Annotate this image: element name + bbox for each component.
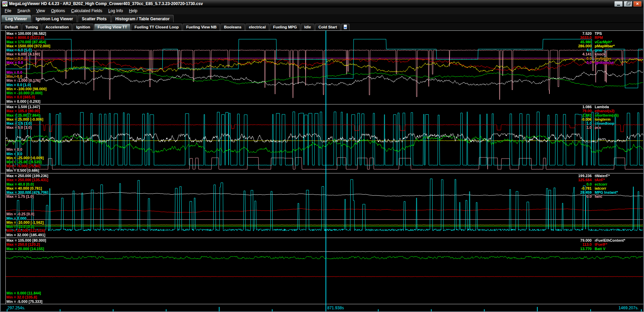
chart-area[interactable]: Max = 100.000 [46.582]Max = 8000.0 [5372… <box>1 30 643 304</box>
timeline-tick <box>641 309 642 312</box>
save-view-icon <box>344 25 347 29</box>
cursor-value-row: 7.520TPS <box>563 31 642 35</box>
cursor-value-row: 45.980vCarMph* <box>563 40 642 44</box>
max-label: Max = 100.000 [46.582] <box>6 31 50 35</box>
menu-item-options[interactable]: Options <box>48 8 68 14</box>
tab-scatter-plots[interactable]: Scatter Plots <box>78 15 110 22</box>
signal-value: 113.0 <box>563 242 592 246</box>
signal-name: fanc <box>592 194 642 198</box>
panel-separator <box>1 173 643 173</box>
view-tab-electrical[interactable]: electrical <box>246 24 269 30</box>
cursor-value-row: 286.000pMapMbar* <box>563 44 642 48</box>
signal-panel-1-plot[interactable] <box>6 31 643 104</box>
min-label: Min = -25.00 [-9.535] <box>6 160 44 164</box>
signal-name: ignitioncut <box>592 61 642 65</box>
app-logo-icon <box>2 1 7 6</box>
signal-panel-2-plot[interactable] <box>6 104 643 173</box>
signal-value: 1.0 <box>563 121 592 125</box>
signal-name: iatcorr <box>592 186 642 190</box>
max-label: Max = 6.000 [4.180] <box>6 52 50 56</box>
timeline-tick <box>7 309 7 312</box>
menu-item-search[interactable]: Search <box>14 8 33 14</box>
cursor-value-row: 0.0revlimiter <box>563 56 642 61</box>
signal-value: 13.770 <box>563 247 592 251</box>
signal-name: ethanol(s2) <box>592 109 642 113</box>
menu-item-log-info[interactable]: Log Info <box>105 8 126 14</box>
close-button[interactable]: ✕ <box>633 1 642 7</box>
minimize-button[interactable] <box>614 1 623 7</box>
min-label: Min = 0.000 [-0.293] <box>6 99 47 103</box>
main-tabs: Log ViewerIgnition Log ViewerScatter Plo… <box>1 14 643 22</box>
cursor-value-row: -0.781iatcorr <box>563 186 642 190</box>
menu-item-view[interactable]: View <box>33 8 48 14</box>
signal-name: Batt V <box>592 247 642 251</box>
max-label: Max = 20.000 [14.155] <box>6 247 46 251</box>
min-label: Min = -5.000 [75.333] <box>6 299 43 304</box>
view-tab-fueling-tt-closed-loop[interactable]: Fueling TT Closed Loop <box>131 24 182 30</box>
tab-histogram-table-generator[interactable]: Histogram / Table Generator <box>111 15 174 22</box>
restore-icon <box>626 2 630 5</box>
max-label: Max = 105.000 [80.000] <box>6 238 46 242</box>
max-label: Max = 40.000 [0.781] <box>6 186 48 190</box>
view-tab-idle[interactable]: Idle <box>301 24 314 30</box>
view-tab-acceleration[interactable]: Acceleration <box>42 24 72 30</box>
menu-item-file[interactable]: File <box>2 8 14 14</box>
signal-panel-3-plot[interactable] <box>6 173 643 238</box>
cursor-value-row: 1.086Lambda <box>563 105 642 109</box>
timeline-tick <box>431 309 432 312</box>
signal-panel-4-plot[interactable] <box>6 238 643 304</box>
cursor-value-row: 4.141knock <box>563 52 642 56</box>
max-label: Max = 5.0 [1.0] <box>6 125 43 129</box>
cursor-value-row: 2.841shortterm(s5) <box>563 113 642 117</box>
min-label: Min = 32.000 [112.016] <box>6 229 45 233</box>
max-label: Max = 6.0 [5.0] <box>6 48 50 52</box>
signal-name: revlimiter <box>592 56 642 61</box>
signal-value: 0.0 <box>563 182 592 186</box>
view-tab-fueling-mpg[interactable]: Fueling MPG <box>270 24 300 30</box>
min-label: Min = 0.000 <box>6 216 45 220</box>
signal-value: -0.781 <box>563 186 592 190</box>
signal-value: 125.684 <box>563 178 592 182</box>
save-view-tab[interactable] <box>341 24 350 30</box>
max-labels: Max = 1.500 [1.347]Max = 105.0 [80.00]Ma… <box>6 105 43 130</box>
signal-name: pMapMbar* <box>592 44 642 48</box>
cursor-value-row: 79.00ethanol(s2) <box>563 109 642 113</box>
max-label: Max = 25.00 [7.864] <box>6 113 43 117</box>
signal-panel-1: Max = 100.000 [46.582]Max = 8000.0 [5372… <box>1 31 643 104</box>
signal-value: 2.841 <box>563 113 592 117</box>
signal-name: knock <box>592 52 642 56</box>
min-labels: Min = -0.25 [0.0]Min = 0.000Min = -10.00… <box>6 212 45 237</box>
max-labels: Max = 105.000 [80.000]Max = 250.0 [120.2… <box>6 238 46 251</box>
signal-name: vCarMph* <box>592 40 642 44</box>
max-label: Max = 1.75 [1.0] <box>6 194 48 198</box>
signal-panel-2: Max = 1.500 [1.347]Max = 105.0 [80.00]Ma… <box>1 104 643 173</box>
min-labels: Min = 0.0Min = 0.0Min = -25.000 [-0.009]… <box>6 147 44 172</box>
view-tab-ignition[interactable]: Ignition <box>73 24 94 30</box>
menu-item-calculated-fields[interactable]: Calculated Fields <box>68 8 105 14</box>
view-tab-booleans[interactable]: Booleans <box>221 24 245 30</box>
min-label: Min = 0.500 [0.686] <box>6 168 44 172</box>
restore-button[interactable] <box>624 1 632 7</box>
min-label: Min = -10.000 [-1.562] <box>6 220 45 224</box>
signal-value: -0.006 <box>563 117 592 121</box>
max-label: Max = 1.5 [1.0] <box>6 121 43 125</box>
cursor-line[interactable] <box>326 30 326 311</box>
menu-item-help[interactable]: Help <box>126 8 140 14</box>
view-tab-fueling-view-tt[interactable]: Fueling View TT <box>94 24 130 30</box>
signal-value: 1.0 <box>563 125 592 129</box>
view-tab-default[interactable]: Default <box>1 24 21 30</box>
signal-name: pcs <box>592 125 642 129</box>
min-label: Min = 0.0 [1.0] <box>6 83 47 87</box>
timeline[interactable]: 297.254s. 871.938s 1469.207s. <box>1 304 643 312</box>
view-tab-fueling-view-nb[interactable]: Fueling View NB <box>183 24 220 30</box>
cursor-value-row: 1.0closedloop <box>563 121 642 125</box>
view-tab-cold-start[interactable]: Cold Start <box>315 24 340 30</box>
tab-ignition-log-viewer[interactable]: Ignition Log Viewer <box>32 15 77 22</box>
max-label: Max = 250.0 [120.2] <box>6 242 46 246</box>
cursor-value-row: 28.459MPG Instant* <box>563 190 642 194</box>
tab-log-viewer[interactable]: Log Viewer <box>1 15 31 22</box>
signal-name: Lambda <box>592 105 642 109</box>
view-tab-tuning[interactable]: Tuning <box>22 24 41 30</box>
signal-name: MPG Instant* <box>592 190 642 194</box>
close-icon: ✕ <box>636 2 639 6</box>
